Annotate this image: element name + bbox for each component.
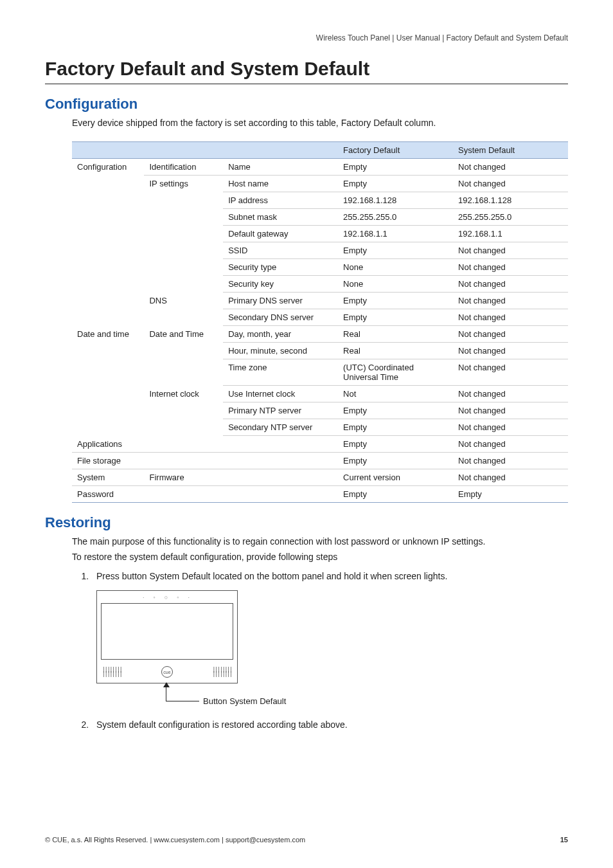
- table-cell: Identification: [144, 159, 223, 176]
- table-cell: IP address: [223, 192, 338, 209]
- table-cell: Default gateway: [223, 226, 338, 242]
- table-cell: Applications: [72, 436, 144, 453]
- table-cell: SSID: [223, 242, 338, 259]
- table-cell: Not changed: [453, 386, 568, 402]
- table-cell: Current version: [338, 469, 453, 486]
- table-cell: Empty: [338, 293, 453, 309]
- th-blank2: [144, 142, 223, 159]
- table-cell: [144, 436, 223, 453]
- step-1: Press button System Default located on t…: [91, 571, 568, 707]
- footer-left: © CUE, a.s. All Rights Reserved. | www.c…: [45, 836, 305, 844]
- breadcrumb: Wireless Touch Panel | User Manual | Fac…: [45, 33, 568, 42]
- table-cell: Not changed: [453, 326, 568, 343]
- table-cell: File storage: [72, 453, 144, 469]
- table-cell: Empty: [338, 402, 453, 419]
- restoring-heading: Restoring: [45, 514, 568, 531]
- arrow-up-icon: [163, 682, 170, 687]
- diagram-label: Button System Default: [203, 696, 286, 706]
- table-cell: Internet clock: [144, 386, 223, 436]
- table-cell: Hour, minute, second: [223, 343, 338, 359]
- table-cell: Not changed: [453, 242, 568, 259]
- table-cell: System: [72, 469, 144, 486]
- table-cell: Not changed: [453, 259, 568, 276]
- table-cell: None: [338, 276, 453, 293]
- configuration-heading: Configuration: [45, 96, 568, 113]
- table-cell: Not changed: [453, 469, 568, 486]
- table-cell: Empty: [338, 486, 453, 503]
- table-cell: Day, month, year: [223, 326, 338, 343]
- table-cell: Not changed: [453, 453, 568, 469]
- table-cell: Password: [72, 486, 144, 503]
- table-cell: Not changed: [453, 159, 568, 176]
- configuration-intro: Every device shipped from the factory is…: [72, 116, 568, 130]
- speaker-right-icon: ||||||||||||||||: [212, 667, 232, 676]
- footer: © CUE, a.s. All Rights Reserved. | www.c…: [45, 836, 568, 844]
- table-cell: Date and Time: [144, 326, 223, 386]
- table-cell: Real: [338, 326, 453, 343]
- table-cell: Not changed: [453, 343, 568, 359]
- table-cell: Not changed: [453, 419, 568, 436]
- table-cell: Empty: [338, 419, 453, 436]
- device-diagram: · ◦ ○ ◦ · |||||||||||||||| cue |||||||||…: [96, 590, 568, 707]
- table-cell: Firmware: [144, 469, 223, 486]
- callout-line: Button System Default: [96, 683, 302, 707]
- table-cell: 192.168.1.1: [338, 226, 453, 242]
- table-cell: Host name: [223, 176, 338, 192]
- table-cell: 192.168.1.128: [338, 192, 453, 209]
- table-cell: 192.168.1.1: [453, 226, 568, 242]
- restoring-p1: The main purpose of this functionality i…: [72, 536, 568, 547]
- table-cell: Name: [223, 159, 338, 176]
- table-cell: IP settings: [144, 176, 223, 293]
- configuration-table: Factory Default System Default Configura…: [72, 141, 568, 503]
- table-cell: None: [338, 259, 453, 276]
- table-cell: (UTC) Coordinated Universal Time: [338, 359, 453, 386]
- th-blank1: [72, 142, 144, 159]
- step-1-text: Press button System Default located on t…: [96, 571, 447, 581]
- table-cell: Empty: [338, 176, 453, 192]
- table-cell: Date and time: [72, 326, 144, 436]
- table-cell: Empty: [338, 159, 453, 176]
- table-cell: Time zone: [223, 359, 338, 386]
- table-cell: Secondary DNS server: [223, 309, 338, 326]
- device-screen: [101, 603, 233, 660]
- device-sensor-icon: · ◦ ○ ◦ ·: [101, 595, 233, 601]
- table-cell: Empty: [338, 242, 453, 259]
- table-cell: Empty: [338, 436, 453, 453]
- page-number: 15: [560, 836, 568, 844]
- table-cell: Not changed: [453, 402, 568, 419]
- table-cell: Not changed: [453, 309, 568, 326]
- table-cell: 255.255.255.0: [453, 209, 568, 226]
- table-cell: Use Internet clock: [223, 386, 338, 402]
- table-cell: [223, 486, 338, 503]
- table-cell: Primary DNS server: [223, 293, 338, 309]
- th-factory-default: Factory Default: [338, 142, 453, 159]
- table-cell: [223, 453, 338, 469]
- table-cell: Not changed: [453, 293, 568, 309]
- table-cell: Not changed: [453, 276, 568, 293]
- device-outline: · ◦ ○ ◦ · |||||||||||||||| cue |||||||||…: [96, 590, 238, 683]
- table-cell: Empty: [453, 486, 568, 503]
- table-cell: Not changed: [453, 359, 568, 386]
- th-blank3: [223, 142, 338, 159]
- table-cell: Empty: [338, 453, 453, 469]
- table-cell: DNS: [144, 293, 223, 326]
- table-cell: [144, 453, 223, 469]
- table-cell: Primary NTP server: [223, 402, 338, 419]
- table-cell: [223, 436, 338, 453]
- home-button-icon: cue: [161, 666, 173, 678]
- table-cell: [223, 469, 338, 486]
- table-cell: Security type: [223, 259, 338, 276]
- table-cell: Configuration: [72, 159, 144, 326]
- table-cell: Not changed: [453, 176, 568, 192]
- table-cell: Empty: [338, 309, 453, 326]
- table-cell: 192.168.1.128: [453, 192, 568, 209]
- step-2-text: System default configuration is restored…: [96, 719, 348, 730]
- table-cell: Not changed: [453, 436, 568, 453]
- table-cell: [144, 486, 223, 503]
- table-cell: Not: [338, 386, 453, 402]
- table-cell: Secondary NTP server: [223, 419, 338, 436]
- restoring-p2: To restore the system default configurat…: [72, 552, 568, 562]
- page-title: Factory Default and System Default: [45, 58, 568, 84]
- step-2: System default configuration is restored…: [91, 719, 568, 730]
- th-system-default: System Default: [453, 142, 568, 159]
